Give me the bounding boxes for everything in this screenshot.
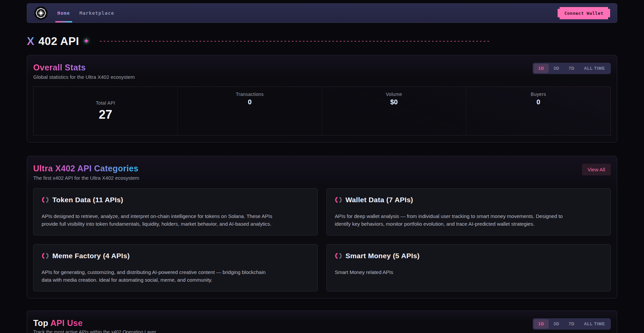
ring-loader-icon xyxy=(335,252,342,260)
stat-label: Total API xyxy=(96,100,115,106)
top-api-use-subtitle: Track the most active APIs within the x4… xyxy=(33,329,156,333)
stat-value: 0 xyxy=(536,98,540,106)
stat-value: 27 xyxy=(99,108,112,122)
stat-transactions: Transactions 0 xyxy=(178,87,322,135)
time-filter-3d[interactable]: 3D xyxy=(549,64,564,73)
stat-value: 0 xyxy=(248,98,252,106)
stat-buyers: Buyers 0 xyxy=(466,87,610,135)
category-title: Token Data (11 APIs) xyxy=(52,196,123,204)
sparkle-icon: ✦ xyxy=(83,37,89,46)
page-title-row: X 402 API ✦ xyxy=(27,35,617,48)
top-api-time-filter: 1D 3D 7D ALL TIME xyxy=(533,318,611,330)
overall-stats-header: Overall Stats Global statistics for the … xyxy=(33,63,611,80)
categories-grid: Token Data (11 APIs) APIs designed to re… xyxy=(33,188,611,291)
stat-label: Volume xyxy=(386,92,402,97)
top-api-use-title: Top API Use xyxy=(33,318,156,328)
page-title: X 402 API xyxy=(27,35,79,48)
page-title-text: 402 API xyxy=(39,35,79,48)
category-description: APIs designed to retrieve, analyze, and … xyxy=(42,213,276,228)
overall-stats-time-filter: 1D 3D 7D ALL TIME xyxy=(533,63,611,74)
stats-panel: Total API 27 Transactions 0 Volume $0 Bu… xyxy=(33,87,611,135)
title-dashed-divider xyxy=(100,41,489,42)
nav-marketplace-label: Marketplace xyxy=(79,10,114,16)
stat-volume: Volume $0 xyxy=(322,87,466,135)
top-api-title-pink: API Use xyxy=(50,318,83,328)
category-description: APIs for deep wallet analysis — from ind… xyxy=(335,213,570,228)
connect-wallet-button[interactable]: Connect Wallet xyxy=(557,7,610,19)
compass-star-logo-icon xyxy=(34,6,48,20)
category-title-row: Token Data (11 APIs) xyxy=(42,196,309,204)
category-description: APIs for generating, customizing, and di… xyxy=(42,269,276,284)
time-filter-3d[interactable]: 3D xyxy=(549,319,564,329)
stat-label: Buyers xyxy=(531,92,546,97)
stat-total-api: Total API 27 xyxy=(34,87,178,135)
categories-card: Ultra X402 API Categories The first x402… xyxy=(27,156,617,298)
time-filter-7d[interactable]: 7D xyxy=(564,319,579,329)
category-card-wallet-data[interactable]: Wallet Data (7 APIs) APIs for deep walle… xyxy=(326,188,611,235)
nav-home-label: Home xyxy=(57,10,70,16)
time-filter-1d[interactable]: 1D xyxy=(534,64,549,73)
category-title: Wallet Data (7 APIs) xyxy=(345,196,413,204)
top-navbar: Home Marketplace Connect Wallet xyxy=(27,3,617,23)
overall-stats-card: Overall Stats Global statistics for the … xyxy=(27,55,617,143)
ring-loader-icon xyxy=(335,196,342,204)
time-filter-alltime[interactable]: ALL TIME xyxy=(579,319,610,329)
categories-header: Ultra X402 API Categories The first x402… xyxy=(33,164,611,181)
nav-item-home[interactable]: Home xyxy=(53,4,75,22)
nav-links: Home Marketplace xyxy=(53,4,119,22)
ring-loader-icon xyxy=(42,252,49,260)
top-api-title-white: Top xyxy=(33,318,48,328)
overall-stats-title: Overall Stats xyxy=(33,63,86,72)
category-title: Meme Factory (4 APIs) xyxy=(52,252,130,260)
app-logo[interactable] xyxy=(34,6,48,20)
time-filter-alltime[interactable]: ALL TIME xyxy=(579,64,610,73)
categories-subtitle: The first x402 API for the Ultra X402 ec… xyxy=(33,175,139,181)
top-api-use-card: Top API Use Track the most active APIs w… xyxy=(27,311,617,333)
stat-value: $0 xyxy=(390,98,397,106)
top-api-use-titles: Top API Use Track the most active APIs w… xyxy=(33,318,156,333)
stat-label: Transactions xyxy=(236,92,264,97)
overall-stats-subtitle: Global statistics for the Ultra X402 eco… xyxy=(33,74,135,80)
nav-item-marketplace[interactable]: Marketplace xyxy=(75,4,119,22)
category-title-row: Meme Factory (4 APIs) xyxy=(42,252,309,260)
category-title-row: Wallet Data (7 APIs) xyxy=(335,196,602,204)
category-title: Smart Money (5 APIs) xyxy=(345,252,420,260)
category-card-token-data[interactable]: Token Data (11 APIs) APIs designed to re… xyxy=(33,188,318,235)
categories-titles: Ultra X402 API Categories The first x402… xyxy=(33,164,139,181)
overall-stats-titles: Overall Stats Global statistics for the … xyxy=(33,63,135,80)
time-filter-1d[interactable]: 1D xyxy=(534,319,549,329)
category-title-row: Smart Money (5 APIs) xyxy=(335,252,602,260)
ring-loader-icon xyxy=(42,196,49,204)
category-description: Smart Money related APIs xyxy=(335,269,570,276)
category-card-meme-factory[interactable]: Meme Factory (4 APIs) APIs for generatin… xyxy=(33,244,318,291)
category-card-smart-money[interactable]: Smart Money (5 APIs) Smart Money related… xyxy=(326,244,611,291)
view-all-button[interactable]: View All xyxy=(582,164,611,175)
categories-title: Ultra X402 API Categories xyxy=(33,164,139,173)
time-filter-7d[interactable]: 7D xyxy=(564,64,579,73)
top-api-use-header: Top API Use Track the most active APIs w… xyxy=(33,318,611,333)
page-title-x: X xyxy=(27,35,35,48)
